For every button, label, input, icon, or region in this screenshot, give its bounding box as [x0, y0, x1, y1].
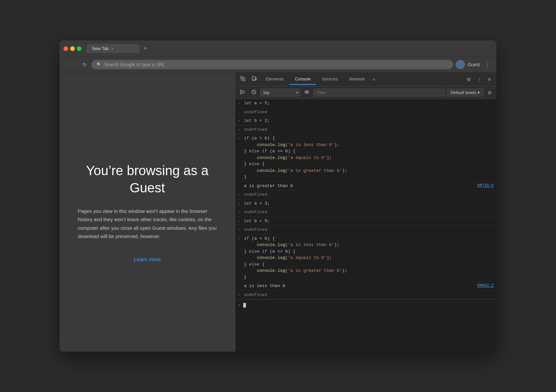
nav-bar: ‹ › ↻ 🔍 Search Google or type a URL 👤 Gu…: [60, 57, 496, 73]
console-line: a is less than b VM802:2: [235, 282, 496, 291]
log-source-link[interactable]: VM745:6: [477, 183, 494, 189]
line-content: let a = 5;: [244, 100, 494, 107]
inspect-element-button[interactable]: [238, 74, 248, 84]
line-content: let b = 9;: [244, 218, 494, 224]
tab-console-label: Console: [295, 76, 311, 81]
console-filter-input[interactable]: [313, 89, 445, 96]
learn-more-link[interactable]: Learn more: [134, 257, 161, 263]
new-tab-button[interactable]: +: [141, 44, 150, 53]
tab-elements-label: Elements: [266, 76, 284, 81]
device-toolbar-button[interactable]: [249, 74, 259, 84]
more-tabs-button[interactable]: »: [371, 77, 377, 82]
log-source-link[interactable]: VM802:2: [477, 283, 494, 289]
svg-point-13: [306, 91, 307, 93]
svg-line-9: [243, 92, 245, 94]
profile-icon-symbol: 👤: [457, 62, 464, 68]
output-arrow: ‹: [238, 127, 241, 133]
devtools-tabs: Elements Console Sources Network »: [260, 74, 463, 85]
guest-page: You’re browsing as a Guest Pages you vie…: [60, 73, 235, 352]
svg-rect-3: [243, 79, 245, 81]
line-content: undefined: [244, 126, 494, 133]
tab-elements[interactable]: Elements: [260, 74, 289, 85]
back-button[interactable]: ‹: [64, 60, 69, 69]
console-eye-button[interactable]: [302, 88, 311, 97]
output-arrow: ‹: [238, 227, 241, 233]
line-content: undefined: [244, 109, 494, 116]
address-bar[interactable]: 🔍 Search Google or type a URL: [91, 60, 453, 69]
svg-rect-5: [255, 78, 256, 80]
console-line: › if (a < b) { console.log('a is less th…: [235, 134, 496, 182]
input-arrow: ›: [238, 136, 241, 141]
maximize-window-button[interactable]: [77, 46, 81, 51]
output-arrow: ‹: [238, 110, 241, 115]
svg-line-11: [253, 91, 255, 94]
line-content: undefined: [244, 209, 494, 216]
output-arrow: ‹: [238, 292, 241, 298]
console-line: ‹ undefined: [235, 190, 496, 199]
input-arrow: ›: [238, 101, 241, 106]
console-line: › let a = 5;: [235, 99, 496, 108]
console-input-line[interactable]: ›: [235, 299, 496, 311]
tab-close-button[interactable]: ×: [111, 47, 113, 51]
console-output: › let a = 5; ‹ undefined › let: [235, 99, 496, 352]
default-levels-button[interactable]: Default levels ▾: [447, 89, 484, 96]
svg-line-8: [243, 90, 245, 92]
address-text: Search Google or type a URL: [104, 62, 165, 67]
levels-arrow: ▾: [478, 90, 480, 95]
guest-page-description: Pages you view in this window won’t appe…: [78, 207, 217, 241]
output-arrow: ‹: [238, 192, 241, 198]
forward-button[interactable]: ›: [72, 60, 77, 69]
devtools-more-button[interactable]: ⋮: [475, 75, 484, 84]
code-block: if (a < b) { console.log('a is less than…: [244, 135, 494, 180]
console-line: › let b = 9;: [235, 217, 496, 226]
tab-network-label: Network: [349, 76, 365, 81]
browser-menu-button[interactable]: ⋮: [483, 60, 492, 70]
log-output-text: a is greater than b: [244, 183, 477, 189]
svg-rect-0: [241, 76, 243, 78]
console-line: ‹ undefined: [235, 208, 496, 217]
console-line: a is greater than b VM745:6: [235, 182, 496, 191]
line-content: undefined: [244, 191, 494, 198]
svg-marker-7: [241, 90, 243, 94]
search-icon: 🔍: [97, 62, 102, 67]
levels-label: Default levels: [450, 90, 476, 95]
console-line: ‹ undefined: [235, 225, 496, 234]
console-toolbar: top Default levels ▾ ⚙: [235, 86, 496, 99]
guest-page-title: You’re browsing as a Guest: [81, 162, 213, 196]
line-content: let a = 3;: [244, 200, 494, 207]
svg-point-12: [305, 91, 309, 93]
title-bar: New Tab × +: [60, 40, 496, 57]
console-prompt: ›: [238, 302, 241, 309]
console-ban-button[interactable]: [249, 88, 258, 97]
active-tab[interactable]: New Tab ×: [87, 44, 140, 53]
console-clear-button[interactable]: [238, 88, 247, 97]
browser-content: You’re browsing as a Guest Pages you vie…: [60, 73, 496, 352]
log-output-text: a is less than b: [244, 283, 477, 289]
context-selector[interactable]: top: [260, 89, 300, 96]
console-cursor: [243, 303, 246, 308]
tab-bar: New Tab × +: [87, 44, 492, 53]
line-content: let b = 2;: [244, 118, 494, 124]
reload-button[interactable]: ↻: [80, 60, 89, 69]
input-arrow: ›: [238, 219, 241, 224]
tab-console[interactable]: Console: [290, 74, 316, 85]
devtools-settings-button[interactable]: ⚙: [464, 75, 473, 84]
close-window-button[interactable]: [64, 46, 68, 51]
context-selector-wrapper[interactable]: top: [260, 89, 300, 96]
tab-network[interactable]: Network: [344, 74, 370, 85]
console-settings-button[interactable]: ⚙: [486, 89, 494, 97]
input-arrow: ›: [238, 236, 241, 242]
devtools-close-button[interactable]: ✕: [485, 75, 494, 84]
minimize-window-button[interactable]: [70, 46, 75, 51]
profile-area: 👤 Guest: [456, 60, 480, 69]
devtools-toolbar: Elements Console Sources Network »: [235, 73, 496, 86]
profile-label: Guest: [468, 62, 480, 67]
tab-sources[interactable]: Sources: [317, 74, 343, 85]
traffic-lights: [64, 46, 81, 51]
devtools-panel: Elements Console Sources Network »: [235, 73, 496, 352]
console-line: › if (a < b) { console.log('a is less th…: [235, 234, 496, 282]
input-arrow: ›: [238, 118, 241, 124]
profile-icon[interactable]: 👤: [456, 60, 465, 69]
line-content: undefined: [244, 292, 494, 298]
console-line: ‹ undefined: [235, 291, 496, 300]
